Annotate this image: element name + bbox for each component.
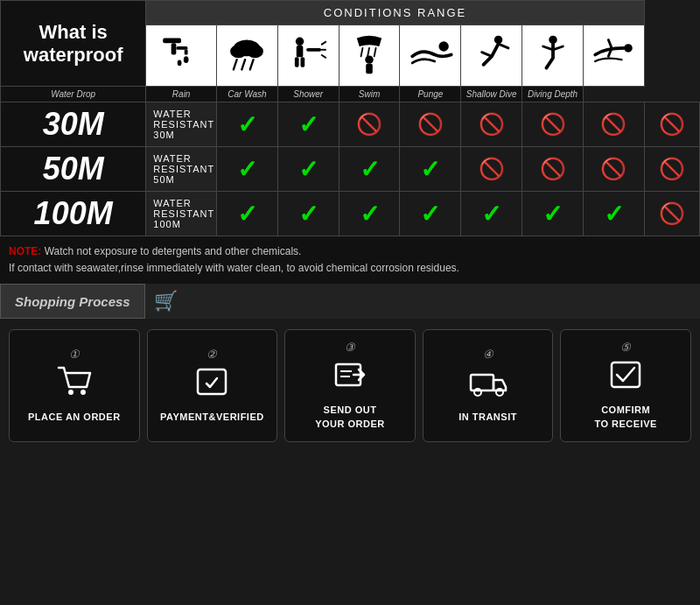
svg-point-5 bbox=[184, 56, 189, 63]
cell-30m-deep: 🚫 bbox=[644, 102, 699, 147]
cell-100m-plunge: ✓ bbox=[522, 192, 584, 236]
col-icon-swim bbox=[400, 25, 461, 87]
cell-30m-waterdrop: ✓ bbox=[217, 102, 278, 147]
cell-30m-swim: 🚫 bbox=[461, 102, 522, 147]
cell-100m-deep: 🚫 bbox=[644, 192, 699, 236]
step-5-number: ⑤ bbox=[620, 341, 631, 354]
col-label-diving-depth: Diving Depth bbox=[522, 87, 584, 102]
cell-30m-carwash: 🚫 bbox=[339, 102, 400, 147]
step-in-transit: ④ IN TRANSIT bbox=[423, 329, 554, 442]
waterproof-section: What is waterproof CONDITIONS RANGE bbox=[0, 0, 700, 236]
step-3-number: ③ bbox=[345, 341, 355, 354]
step-4-number: ④ bbox=[483, 348, 494, 361]
svg-point-27 bbox=[365, 55, 373, 63]
cell-30m-shower: 🚫 bbox=[400, 102, 461, 147]
cell-100m-shallow: ✓ bbox=[583, 192, 644, 236]
payment-step-icon bbox=[194, 366, 229, 404]
col-icon-diving-depth bbox=[583, 25, 644, 87]
svg-rect-2 bbox=[172, 43, 177, 54]
svg-point-30 bbox=[438, 41, 448, 51]
waterproof-table: What is waterproof CONDITIONS RANGE bbox=[0, 0, 700, 236]
col-label-rain: Rain bbox=[146, 87, 217, 102]
resistance-30m: WATER RESISTANT 30M bbox=[146, 102, 217, 147]
svg-rect-4 bbox=[185, 49, 188, 54]
svg-rect-17 bbox=[295, 57, 299, 67]
size-50m: 50M bbox=[1, 147, 146, 192]
cell-50m-shower: ✓ bbox=[400, 147, 461, 192]
svg-rect-1 bbox=[163, 38, 181, 43]
cell-50m-plunge: 🚫 bbox=[522, 147, 584, 192]
svg-point-37 bbox=[68, 390, 74, 395]
cell-30m-shallow: 🚫 bbox=[583, 102, 644, 147]
col-label-plunge: Punge bbox=[400, 87, 461, 102]
note-label: NOTE: bbox=[9, 245, 41, 257]
step-confirm: ⑤ COMFIRMTO RECEIVE bbox=[560, 329, 691, 442]
step-payment: ② PAYMENT&VERIFIED bbox=[147, 329, 278, 442]
shopping-steps: ① PLACE AN ORDER ② PAYMENT&VERIFIED ③ bbox=[0, 319, 700, 453]
cell-50m-swim: 🚫 bbox=[461, 147, 522, 192]
size-30m: 30M bbox=[1, 102, 146, 147]
svg-point-15 bbox=[296, 37, 304, 45]
send-step-icon bbox=[332, 359, 368, 397]
shopping-title: Shopping Process bbox=[15, 294, 130, 309]
resistance-100m: WATER RESISTANT 100M bbox=[146, 192, 217, 236]
svg-rect-18 bbox=[301, 57, 305, 67]
col-label-shallow-dive: Shallow Dive bbox=[461, 87, 522, 102]
confirm-step-icon bbox=[608, 359, 643, 397]
cell-50m-rain: ✓ bbox=[277, 147, 339, 192]
what-is-label: What is waterproof bbox=[1, 1, 146, 87]
col-label-swim: Swim bbox=[339, 87, 400, 102]
step-1-number: ① bbox=[69, 348, 80, 361]
conditions-header: CONDITIONS RANGE bbox=[146, 1, 645, 25]
row-100m: 100M WATER RESISTANT 100M ✓ ✓ ✓ ✓ ✓ ✓ ✓ … bbox=[1, 192, 700, 236]
cart-icon: 🛒 bbox=[154, 290, 178, 313]
col-icon-rain bbox=[217, 25, 278, 87]
shopping-header: Shopping Process 🛒 bbox=[0, 284, 700, 319]
step-2-label: PAYMENT&VERIFIED bbox=[160, 411, 264, 424]
col-icon-plunge bbox=[461, 25, 522, 87]
size-100m: 100M bbox=[1, 192, 146, 236]
shopping-title-box: Shopping Process bbox=[0, 284, 145, 319]
svg-rect-3 bbox=[176, 46, 187, 50]
svg-point-6 bbox=[178, 60, 182, 66]
col-icon-water-drop bbox=[146, 25, 217, 87]
cell-100m-carwash: ✓ bbox=[339, 192, 400, 236]
resistance-50m: WATER RESISTANT 50M bbox=[146, 147, 217, 192]
step-send-out: ③ SEND OUTYOUR ORDER bbox=[284, 329, 416, 442]
col-label-shower: Shower bbox=[277, 87, 339, 102]
col-label-car-wash: Car Wash bbox=[217, 87, 278, 102]
cart-step-icon bbox=[57, 366, 92, 404]
svg-point-9 bbox=[230, 45, 247, 58]
col-icon-car-wash bbox=[277, 25, 339, 87]
note-line2: If contact with seawater,rinse immediate… bbox=[9, 262, 459, 274]
cell-50m-waterdrop: ✓ bbox=[217, 147, 278, 192]
step-4-label: IN TRANSIT bbox=[458, 411, 517, 424]
svg-rect-16 bbox=[297, 46, 304, 57]
svg-rect-0 bbox=[157, 32, 206, 77]
step-place-order: ① PLACE AN ORDER bbox=[9, 329, 140, 442]
cell-30m-rain: ✓ bbox=[277, 102, 339, 147]
svg-rect-43 bbox=[471, 375, 494, 390]
row-50m: 50M WATER RESISTANT 50M ✓ ✓ ✓ ✓ 🚫 🚫 🚫 🚫 bbox=[1, 147, 700, 192]
svg-rect-19 bbox=[306, 47, 321, 51]
col-icon-shallow-dive bbox=[522, 25, 584, 87]
step-2-number: ② bbox=[206, 348, 217, 361]
col-label-water-drop: Water Drop bbox=[1, 87, 146, 102]
svg-point-38 bbox=[80, 390, 86, 395]
col-icon-shower bbox=[339, 25, 400, 87]
cell-30m-plunge: 🚫 bbox=[522, 102, 584, 147]
cell-100m-shower: ✓ bbox=[400, 192, 461, 236]
note-section: NOTE: Watch not exposure to detergents a… bbox=[0, 236, 700, 284]
cell-100m-rain: ✓ bbox=[277, 192, 339, 236]
step-5-label: COMFIRMTO RECEIVE bbox=[594, 404, 656, 431]
cell-50m-shallow: 🚫 bbox=[583, 147, 644, 192]
row-30m: 30M WATER RESISTANT 30M ✓ ✓ 🚫 🚫 🚫 🚫 🚫 🚫 bbox=[1, 102, 700, 147]
svg-rect-14 bbox=[284, 32, 333, 77]
cell-100m-waterdrop: ✓ bbox=[217, 192, 278, 236]
step-1-label: PLACE AN ORDER bbox=[28, 411, 121, 424]
svg-rect-28 bbox=[366, 63, 373, 73]
truck-step-icon bbox=[469, 366, 508, 404]
cell-50m-deep: 🚫 bbox=[644, 147, 699, 192]
cell-100m-swim: ✓ bbox=[461, 192, 522, 236]
cell-50m-carwash: ✓ bbox=[339, 147, 400, 192]
